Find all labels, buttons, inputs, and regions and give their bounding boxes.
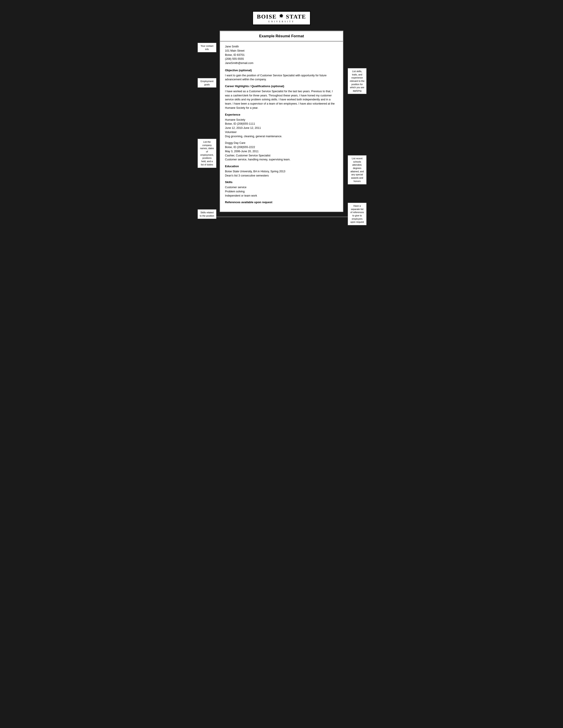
svg-marker-0 bbox=[279, 14, 283, 18]
contact-city: Boise, ID 83701 bbox=[225, 53, 338, 57]
experience-section: Experience Humane Society Boise, ID (208… bbox=[225, 113, 338, 162]
contact-name: Jane Smith bbox=[225, 45, 338, 49]
objective-text: I want to gain the position of Customer … bbox=[225, 73, 338, 82]
contact-phone: (208) 555-5555 bbox=[225, 57, 338, 61]
career-section: Career Highlights / Qualifications (opti… bbox=[225, 84, 338, 110]
exp1-position: Volunteer bbox=[225, 130, 338, 134]
exp2-location: Boise, ID (208)555-2222 bbox=[225, 145, 338, 149]
annotation-references: Have a separate list of references to gi… bbox=[348, 203, 367, 225]
logo-box: BOISE STATE UNIVERSITY bbox=[252, 11, 311, 25]
education-line-1: Boise State University, BA in History, S… bbox=[225, 169, 338, 174]
logo-top: BOISE STATE bbox=[257, 13, 306, 20]
exp1-duties: Dog grooming, cleaning, general maintena… bbox=[225, 134, 338, 139]
references-text: References available upon request bbox=[225, 200, 338, 205]
contact-section: Jane Smith 101 Main Street Boise, ID 837… bbox=[225, 45, 338, 65]
references-section: References available upon request bbox=[225, 200, 338, 205]
logo-university-text: UNIVERSITY bbox=[268, 20, 295, 23]
exp2-company: Doggy Day Care bbox=[225, 141, 338, 145]
annotation-employment: Employment goals bbox=[197, 78, 216, 88]
resume-body: Jane Smith 101 Main Street Boise, ID 837… bbox=[220, 41, 343, 212]
exp1-location: Boise, ID (208)555-1111 bbox=[225, 122, 338, 126]
resume-title: Example Résumé Format bbox=[224, 34, 339, 38]
exp2-duties: Customer service, handling money, superv… bbox=[225, 158, 338, 162]
contact-address: 101 Main Street bbox=[225, 49, 338, 53]
bottom-area bbox=[195, 212, 368, 217]
education-section: Education Boise State University, BA in … bbox=[225, 164, 338, 178]
bronco-icon bbox=[278, 13, 285, 20]
skills-section: Skills Customer service Problem solving … bbox=[225, 180, 338, 198]
resume-document: Example Résumé Format Jane Smith 101 Mai… bbox=[220, 31, 343, 212]
objective-section: Objective (optional) I want to gain the … bbox=[225, 68, 338, 82]
exp2-dates: May 3, 2006-June 20, 2011 bbox=[225, 149, 338, 154]
experience-entry-1: Humane Society Boise, ID (208)555-1111 J… bbox=[225, 118, 338, 139]
objective-heading: Objective (optional) bbox=[225, 68, 338, 73]
career-heading: Career Highlights / Qualifications (opti… bbox=[225, 84, 338, 88]
exp1-dates: June 12, 2010-June 12, 2011 bbox=[225, 126, 338, 130]
annotation-list-skills: List skills, traits, and experience rele… bbox=[348, 68, 367, 94]
annotation-list-schools: List recent schools attended, degrees at… bbox=[348, 155, 367, 184]
right-sidebar: List skills, traits, and experience rele… bbox=[343, 31, 368, 212]
bottom-line bbox=[215, 216, 348, 217]
experience-heading: Experience bbox=[225, 113, 338, 117]
annotation-contact: Your contact info bbox=[197, 43, 216, 52]
contact-email: JaneSmith@email.com bbox=[225, 61, 338, 65]
education-heading: Education bbox=[225, 164, 338, 169]
logo-area: BOISE STATE UNIVERSITY bbox=[195, 4, 368, 31]
exp2-position: Cashier, Customer Service Specialist bbox=[225, 154, 338, 158]
skills-heading: Skills bbox=[225, 180, 338, 184]
left-sidebar: Your contact info Employment goals List … bbox=[195, 31, 220, 212]
page-wrapper: BOISE STATE UNIVERSITY Your contact info… bbox=[195, 4, 368, 217]
experience-entry-2: Doggy Day Care Boise, ID (208)555-2222 M… bbox=[225, 141, 338, 162]
skill-1: Customer service bbox=[225, 185, 338, 190]
career-text: I have worked as a Customer Service Spec… bbox=[225, 89, 338, 110]
logo-state-text: STATE bbox=[286, 13, 306, 20]
exp1-company: Humane Society bbox=[225, 118, 338, 122]
skill-2: Problem solving bbox=[225, 190, 338, 194]
education-line-2: Dean's list 3 consecutive semesters bbox=[225, 174, 338, 178]
skill-3: Independent or team work bbox=[225, 194, 338, 198]
annotation-company: List the company names, dates of employm… bbox=[197, 139, 216, 168]
main-area: Your contact info Employment goals List … bbox=[195, 31, 368, 212]
logo-boise-text: BOISE bbox=[257, 13, 277, 20]
annotation-skills: Skills related to the position bbox=[197, 209, 216, 219]
resume-title-bar: Example Résumé Format bbox=[220, 31, 343, 41]
